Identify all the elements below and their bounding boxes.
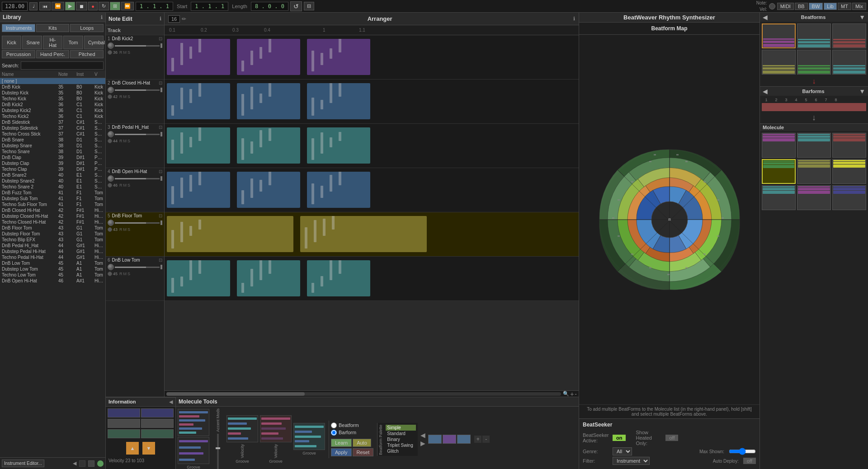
track-knob[interactable] xyxy=(108,175,114,182)
arranger-track-row[interactable] xyxy=(165,124,579,168)
track-slider[interactable] xyxy=(115,178,160,179)
btn-hihat[interactable]: Hi-Hat xyxy=(43,36,62,49)
pattern-block[interactable] xyxy=(307,260,370,296)
beatform-item[interactable] xyxy=(762,50,796,75)
lib-row[interactable]: DnB Floor Tom 43 G1 Tom xyxy=(0,225,105,231)
pattern-block[interactable] xyxy=(167,216,293,252)
palette-item[interactable]: Glitch xyxy=(386,448,416,454)
note-edit-pencil[interactable]: ✏ xyxy=(182,16,186,22)
lib-row[interactable]: DnB Snare2 40 E1 Snare xyxy=(0,172,105,178)
beatform-radio[interactable]: Beatform xyxy=(331,422,373,428)
track-s[interactable]: S xyxy=(127,94,130,99)
beatforms-nav-right[interactable]: ▼ xyxy=(859,14,865,21)
stop-button[interactable]: ⏹ xyxy=(76,2,87,10)
track-circle[interactable] xyxy=(108,50,112,55)
track-r[interactable]: R xyxy=(119,139,123,143)
arranger-track-row[interactable] xyxy=(165,35,579,80)
lib-row[interactable]: Techno Closed Hi-Hat 42 F#1 Hi-Hat xyxy=(0,219,105,225)
beatform-item[interactable] xyxy=(797,23,831,48)
beatform-map[interactable] xyxy=(579,35,760,404)
track-slider[interactable] xyxy=(115,222,160,224)
track-circle[interactable] xyxy=(108,94,112,99)
lib-row[interactable]: DnB Low Tom 45 A1 Tom xyxy=(0,260,105,266)
arranger-track-row[interactable] xyxy=(165,80,579,124)
lib-row[interactable]: Techno Snare 38 D1 Snare xyxy=(0,149,105,155)
loop-toggle[interactable]: ↺ xyxy=(290,1,302,11)
lib-row[interactable]: Techno Kick2 36 C1 Kick xyxy=(0,113,105,119)
play-button[interactable]: ▶ xyxy=(65,2,75,10)
track-circle[interactable] xyxy=(108,272,112,276)
track-s[interactable]: S xyxy=(127,183,130,188)
track-m[interactable]: M xyxy=(123,183,127,188)
track-s[interactable]: S xyxy=(127,227,130,232)
pattern-block[interactable] xyxy=(167,39,230,75)
track-handle[interactable] xyxy=(160,220,162,225)
beatforms-nav-left[interactable]: ◀ xyxy=(763,14,768,21)
track-knob[interactable] xyxy=(108,42,114,49)
fast-forward-button[interactable]: ⏩ xyxy=(121,2,134,10)
bs-max-slider[interactable] xyxy=(729,448,756,455)
btn-snare[interactable]: Snare xyxy=(22,36,42,49)
tab-loops[interactable]: Loops xyxy=(70,24,104,32)
track-handle[interactable] xyxy=(160,176,162,181)
rewind-button[interactable]: ⏮ xyxy=(39,2,51,10)
molecule-item[interactable] xyxy=(832,185,866,210)
molecule-item[interactable] xyxy=(797,185,831,210)
molecule-item[interactable] xyxy=(797,133,831,158)
track-knob[interactable] xyxy=(108,87,114,93)
track-s[interactable]: S xyxy=(127,272,130,276)
info-arrow-up[interactable]: ▲ xyxy=(126,442,139,455)
pattern-block[interactable] xyxy=(300,216,427,252)
lib-row[interactable]: [ none ] xyxy=(0,78,105,84)
pattern-block[interactable] xyxy=(167,127,230,164)
minus-icon-2[interactable]: - xyxy=(482,436,490,443)
barform-bar-display[interactable] xyxy=(762,103,866,111)
track-handle[interactable] xyxy=(160,43,162,48)
track-m[interactable]: M xyxy=(123,94,127,99)
lib-arrow-left[interactable]: ◀ xyxy=(73,460,76,466)
scroll-track[interactable] xyxy=(166,392,561,396)
lib-row[interactable]: DnB Kick2 36 C1 Kick xyxy=(0,102,105,108)
track-circle[interactable] xyxy=(108,183,112,188)
info-collapse-icon[interactable]: ◀ xyxy=(169,399,173,405)
lib-row[interactable]: DnB Sidestick 37 C#1 Snare xyxy=(0,119,105,125)
midi-button[interactable]: MIDI xyxy=(777,3,794,10)
lib-row[interactable]: DnB Fuzz Tom 41 F1 Tom xyxy=(0,190,105,196)
pattern-block[interactable] xyxy=(237,260,300,296)
lib-row[interactable]: Techno Snare 2 40 E1 Snare xyxy=(0,184,105,190)
track-m[interactable]: M xyxy=(123,50,127,55)
note-edit-info[interactable]: ℹ xyxy=(160,16,161,22)
track-slider[interactable] xyxy=(115,134,160,135)
track-knob[interactable] xyxy=(108,264,114,270)
btn-pitched[interactable]: Pitched xyxy=(70,50,104,58)
track-s[interactable]: S xyxy=(127,50,130,55)
loop-button[interactable]: ↻ xyxy=(99,2,109,10)
mt-button[interactable]: MT xyxy=(838,3,851,10)
track-knob[interactable] xyxy=(108,220,114,226)
lib-row[interactable]: Dubstep Snare 38 D1 Snare xyxy=(0,143,105,149)
track-r[interactable]: R xyxy=(119,94,123,99)
btn-handperc[interactable]: Hand Perc. xyxy=(36,50,70,58)
arranger-track-row[interactable] xyxy=(165,212,579,257)
btn-cymbal[interactable]: Cymbal xyxy=(84,36,104,49)
lib-row[interactable]: Dubstep Kick 35 B0 Kick xyxy=(0,90,105,96)
lib-row[interactable]: DnB Open Hi-Hat 46 A#1 Hi-Hat xyxy=(0,278,105,284)
palette-item[interactable]: Standard xyxy=(386,431,416,436)
btn-percussion[interactable]: Percussion xyxy=(2,50,35,58)
palette-item[interactable]: Triplet Swing xyxy=(386,442,416,448)
settings-button[interactable]: ⊟ xyxy=(304,2,314,10)
learn-button[interactable]: Learn xyxy=(331,439,352,447)
pattern-block[interactable] xyxy=(307,39,370,75)
track-circle[interactable] xyxy=(108,139,112,143)
reset-button[interactable]: Reset xyxy=(353,448,374,456)
track-r[interactable]: R xyxy=(119,272,123,276)
molecule-item[interactable] xyxy=(832,133,866,158)
lib-row[interactable]: Dubstep Clap 39 D#1 Percus... xyxy=(0,160,105,166)
search-input[interactable] xyxy=(21,61,104,70)
beatform-item[interactable] xyxy=(762,23,796,48)
lib-row[interactable]: Techno Cross Stick 37 C#1 Snare xyxy=(0,131,105,137)
accent-slider-thumb[interactable] xyxy=(216,447,220,449)
lib-row[interactable]: Dubstep Sub Tom 41 F1 Tom xyxy=(0,196,105,202)
info-arrow-down[interactable]: ▼ xyxy=(142,442,155,455)
track-circle[interactable] xyxy=(108,227,112,232)
